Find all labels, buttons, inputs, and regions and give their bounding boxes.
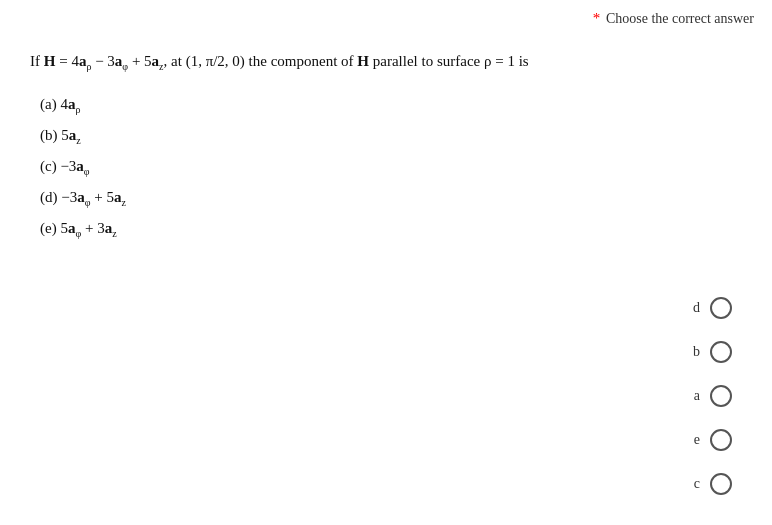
question-text: If H = 4aρ − 3aφ + 5az, at (1, π/2, 0) t… [30,49,742,75]
header-title: Choose the correct answer [606,11,754,26]
radio-row-e: e [686,429,732,451]
radio-button-b[interactable] [710,341,732,363]
option-b: (b) 5az [40,120,742,151]
radio-label-a: a [686,388,700,404]
option-d: (d) −3aφ + 5az [40,182,742,213]
radio-row-a: a [686,385,732,407]
radio-button-e[interactable] [710,429,732,451]
radio-row-d: d [686,297,732,319]
radio-button-c[interactable] [710,473,732,495]
radio-row-c: c [686,473,732,495]
radio-group: d b a e c [686,297,732,495]
radio-row-b: b [686,341,732,363]
radio-button-d[interactable] [710,297,732,319]
header-label: * Choose the correct answer [593,10,754,27]
radio-button-a[interactable] [710,385,732,407]
radio-label-d: d [686,300,700,316]
options-list: (a) 4aρ (b) 5az (c) −3aφ (d) −3aφ + 5az … [30,89,742,244]
radio-label-c: c [686,476,700,492]
option-c: (c) −3aφ [40,151,742,182]
option-a: (a) 4aρ [40,89,742,120]
option-e: (e) 5aφ + 3az [40,213,742,244]
radio-label-b: b [686,344,700,360]
asterisk: * [593,10,601,26]
radio-label-e: e [686,432,700,448]
question-block: If H = 4aρ − 3aφ + 5az, at (1, π/2, 0) t… [0,27,772,244]
header: * Choose the correct answer [0,0,772,27]
